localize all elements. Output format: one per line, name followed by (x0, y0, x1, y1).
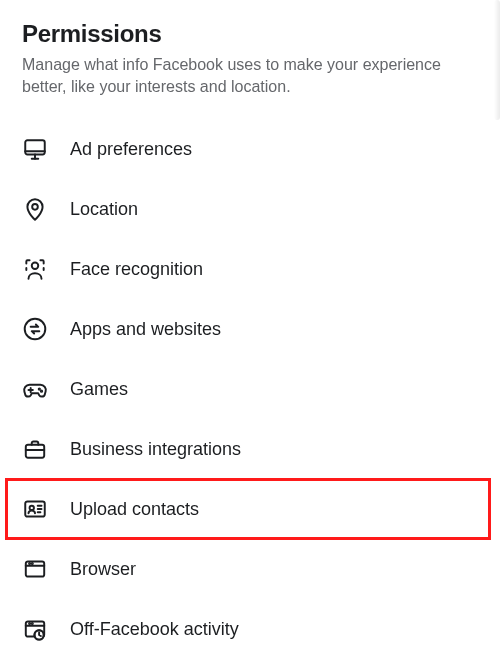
svg-rect-0 (25, 141, 45, 155)
svg-point-5 (32, 263, 39, 270)
browser-window-icon (22, 556, 70, 582)
svg-point-6 (25, 319, 46, 340)
item-label: Off-Facebook activity (70, 619, 239, 640)
contact-card-icon (22, 496, 70, 522)
item-label: Apps and websites (70, 319, 221, 340)
gamepad-icon (22, 376, 70, 402)
item-label: Browser (70, 559, 136, 580)
item-games[interactable]: Games (22, 359, 478, 419)
item-face-recognition[interactable]: Face recognition (22, 239, 478, 299)
briefcase-icon (22, 436, 70, 462)
item-browser[interactable]: Browser (22, 539, 478, 599)
svg-point-4 (32, 204, 38, 210)
scroll-edge-hint (494, 0, 500, 120)
page-subtitle: Manage what info Facebook uses to make y… (22, 54, 462, 97)
svg-point-20 (29, 563, 30, 564)
location-pin-icon (22, 196, 70, 222)
permissions-page: Permissions Manage what info Facebook us… (0, 0, 500, 648)
svg-point-24 (29, 623, 30, 624)
item-label: Ad preferences (70, 139, 192, 160)
svg-point-25 (32, 623, 33, 624)
item-business-integrations[interactable]: Business integrations (22, 419, 478, 479)
page-title: Permissions (22, 20, 478, 48)
svg-rect-11 (26, 445, 44, 458)
item-label: Upload contacts (70, 499, 199, 520)
item-label: Business integrations (70, 439, 241, 460)
item-label: Games (70, 379, 128, 400)
item-label: Face recognition (70, 259, 203, 280)
svg-point-14 (30, 506, 34, 510)
face-recognition-icon (22, 256, 70, 282)
item-location[interactable]: Location (22, 179, 478, 239)
item-off-facebook-activity[interactable]: Off-Facebook activity (22, 599, 478, 648)
svg-point-9 (39, 389, 40, 390)
svg-point-10 (41, 391, 42, 392)
item-apps-websites[interactable]: Apps and websites (22, 299, 478, 359)
monitor-icon (22, 136, 70, 162)
item-ad-preferences[interactable]: Ad preferences (22, 119, 478, 179)
swap-circle-icon (22, 316, 70, 342)
svg-point-21 (32, 563, 33, 564)
permissions-list: Ad preferences Location (22, 119, 478, 648)
activity-clock-icon (22, 616, 70, 642)
item-upload-contacts[interactable]: Upload contacts (6, 479, 490, 539)
item-label: Location (70, 199, 138, 220)
